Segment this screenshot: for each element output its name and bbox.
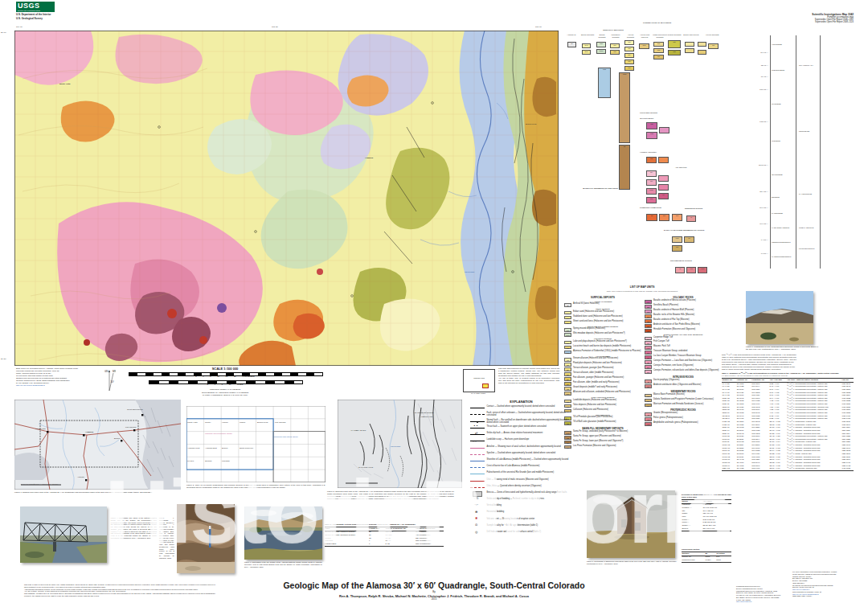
- correlation-unit-box: Qto: [624, 59, 634, 64]
- unit-color-swatch: Tcj: [645, 360, 652, 364]
- tiny-label: Alamosa East: [205, 448, 221, 450]
- table-cell: Eocene: [682, 527, 702, 531]
- legend-unit-row: QTaAlamosa Formation of Siebenthal (1910…: [564, 351, 641, 355]
- teeth-symbol-icon: [470, 425, 485, 430]
- figure5-photo: [177, 504, 235, 573]
- red-symbol-icon: [470, 478, 485, 483]
- correlation-unit-box: af: [567, 42, 576, 47]
- correlation-chart: CORRELATION OF MAP UNITSSURFICIAL DEPOSI…: [563, 23, 751, 285]
- explanation-text: Fault, sense of offset unknown — Dashed …: [487, 412, 573, 416]
- unit-color-swatch: QTa: [564, 351, 571, 355]
- unit-description: Alamosa Formation of Siebenthal (1910) (…: [573, 351, 641, 353]
- tiny-label: Thompson and others (2007): [273, 437, 307, 439]
- correlation-unit-box: Tcv: [659, 214, 669, 221]
- legend-unit-row: TdiAndesite and dacite dikes (Oligocene …: [645, 384, 722, 388]
- unit-description: Santa Fe Group, lower part (Miocene and …: [573, 441, 623, 443]
- locator-state-label: COLORADO: [464, 377, 494, 379]
- legend-right-items: TbmBasaltic andesite of Mesita volcano (…: [645, 300, 722, 426]
- tiny-label: La Jara: [187, 461, 202, 463]
- explanation-entry: Dike — Showing trend of mafic intrusions…: [470, 478, 572, 483]
- correlation-unit-box: [685, 42, 694, 47]
- correlation-unit-box: Qg: [708, 43, 719, 49]
- legend-unit-row: QtaTalus deposits (Holocene and late Ple…: [564, 404, 641, 408]
- unit-description: Till of Bull Lake glaciation (middle Ple…: [573, 421, 616, 424]
- correlation-unit-box: Yg: [675, 267, 685, 273]
- explanation-entry: Contact — Dashed where approximately loc…: [470, 405, 572, 410]
- unit-color-swatch: Qg: [564, 387, 571, 391]
- legend-unit-row: TsfSanta Fe Group, upper part (Pliocene …: [564, 436, 641, 440]
- datum-note: NATIONAL GEODETIC VERTICAL DATUM OF 1929: [149, 394, 301, 396]
- explanation-entry: Horizontal bedding: [470, 511, 572, 515]
- unit-color-swatch: Qwm: [564, 333, 571, 337]
- correlation-unit-box: Tfc: [646, 179, 657, 186]
- timescale-age-tick: 2.58 Ma —: [747, 88, 768, 90]
- unit-description: Stream alluvium (Holocene and late Pleis…: [573, 358, 618, 360]
- geologic-timescale: 11.7 ka —126 ka —774 ka —2.58 Ma —5.33 M…: [747, 35, 821, 269]
- correlation-unit-box: Qlb: [610, 50, 620, 55]
- explanation-entry: Normal fault — Bar and ball on downthrow…: [470, 419, 572, 424]
- unit-color-swatch: Xam: [645, 422, 652, 426]
- correlation-unit-box: Tbb: [672, 236, 682, 243]
- unit-color-swatch: Ttm: [645, 351, 652, 355]
- correlation-unit-box: Qls: [653, 42, 664, 47]
- correlation-unit-box: Tcd: [672, 214, 682, 221]
- figure4-photo: [20, 507, 107, 563]
- km-scale-labels: 5 0 5 10 15 20 KILOMETERS: [129, 375, 321, 378]
- explanation-entry: Sample locality for ⁴⁰Ar/³⁹Ar age determ…: [470, 524, 572, 529]
- unit-color-swatch: Tfc: [645, 341, 652, 345]
- correlation-unit-box: QTa: [598, 68, 611, 98]
- figure3-fault-map: SANGRE DE CRISTOMOUNTAINSALAMOSA BASINSA…: [338, 400, 462, 488]
- table2: FaultLength (km)Vertical separation (m)Y…: [325, 527, 444, 547]
- correlation-unit-box: [658, 175, 669, 182]
- legend-column-left: SURFICIAL DEPOSITSArtificial Fill Deposi…: [564, 294, 641, 511]
- correlation-unit-box: QTsf: [619, 72, 630, 143]
- explanation-entry: Syncline — Dashed where approximately lo…: [470, 452, 572, 457]
- tiny-label: Spring deposits: [596, 35, 608, 39]
- unit-description: Terrace alluvium, younger (late Pleistoc…: [573, 367, 613, 370]
- explanation-entries: Contact — Dashed where approximately loc…: [470, 405, 572, 535]
- legend-unit-row: TiDacite porphyry (Oligocene): [645, 379, 722, 383]
- tiny-label: Blanca: [114, 438, 120, 441]
- timescale-epoch: PLEISTOCENE: [772, 69, 796, 71]
- timescale-age-tick: 5.33 Ma —: [747, 121, 768, 122]
- tiny-label: 37°30′: [1, 359, 6, 361]
- pink-symbol-icon: [470, 445, 485, 450]
- text-line: http://www.usgs.gov: [736, 601, 789, 603]
- map-sheet: USGS science for a changing world U.S. D…: [0, 0, 868, 607]
- tiny-label: Blanca Peak: [526, 124, 536, 126]
- table2-caption: Table 2. Approximate vertical separation…: [325, 523, 444, 526]
- conversion-table: Conversion Factors MultiplyByTo obtainme…: [682, 548, 731, 563]
- unit-color-swatch: Qa: [564, 358, 571, 362]
- unit-description: Terrace alluvium, older (middle Pleistoc…: [573, 372, 613, 375]
- unit-description: Fan alluvium, older (middle and early Pl…: [573, 382, 620, 384]
- unit-color-swatch: Qel: [564, 321, 571, 325]
- explanation-entry: Fault, sense of offset unknown — Dashed …: [470, 412, 572, 416]
- explanation-text: Paleochannels of the ancestral Rio Grand…: [487, 471, 555, 474]
- state-locator: COLORADO: [463, 369, 495, 392]
- timescale-rule-1: [770, 35, 771, 269]
- figure6-photo: [244, 507, 322, 560]
- unit-description: Flood-plain deposits (Holocene and late …: [573, 363, 622, 365]
- usgs-logo-text: USGS: [18, 2, 53, 10]
- explanation-text: Breccia — Zones of brecciated and hydrot…: [487, 491, 567, 494]
- unit-description: Lacustrine beach and barrier-bar deposit…: [573, 346, 631, 348]
- legend-unit-row: TlpLos Pinos Formation (Miocene and Olig…: [564, 445, 641, 449]
- table-cell: 5–15: [385, 543, 415, 547]
- figure8-caption: Figure 8. Photograph of abandoned homest…: [587, 560, 677, 565]
- explanation-entry: Volcanic vent — Showing location of erup…: [470, 518, 572, 523]
- legend-unit-row: TsbServilleta Basalt (Pliocene): [645, 305, 722, 309]
- figure7-photo: [746, 291, 813, 344]
- arrow-symbol-icon: [470, 432, 485, 437]
- dot-symbol-icon: [470, 524, 485, 529]
- unit-color-swatch: Tbf: [645, 319, 652, 323]
- timescale-age-tick: 33.9 Ma —: [747, 191, 768, 192]
- tiny-label: Great Sand Dunes: [127, 409, 143, 412]
- unit-color-swatch: Tlj: [645, 355, 652, 359]
- unit-color-swatch: Yg: [645, 412, 652, 416]
- correlation-unit-box: [659, 127, 669, 133]
- tiny-label: Monte Vista: [35, 429, 46, 431]
- footer-disclaimers: This map or plate is offered as an onlin…: [24, 584, 215, 597]
- explanation-entry: Thrust fault — Sawteeth on upper plate; …: [470, 425, 572, 430]
- correlation-unit-box: Qac: [639, 43, 649, 49]
- explanation-text: Shoreline of Lake Alamosa (middle Pleist…: [487, 458, 569, 461]
